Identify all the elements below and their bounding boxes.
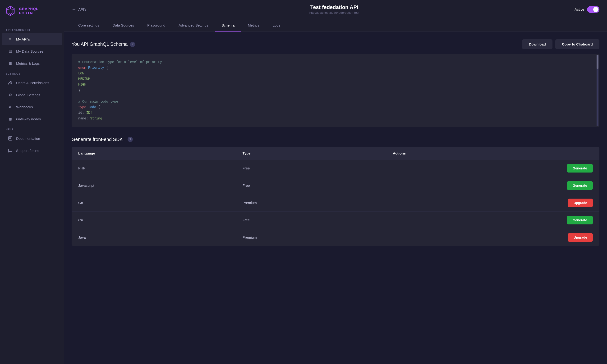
code-line-4: MEDIUM <box>78 76 593 82</box>
schema-section-header: You API GraphQL Schema ? Download Copy t… <box>72 39 599 49</box>
sidebar-item-label: Documentation <box>16 136 40 141</box>
tab-logs[interactable]: Logs <box>266 19 287 31</box>
api-url: http://localhost:8080/federeation-test <box>94 11 575 14</box>
sidebar-item-documentation[interactable]: Documentation <box>2 132 62 144</box>
logo-icon <box>5 5 16 17</box>
code-line-7: # Our main todo type <box>78 99 593 105</box>
users-icon <box>8 80 13 85</box>
generate-button[interactable]: Generate <box>567 216 593 224</box>
table-row: JavaPremiumUpgrade <box>72 229 599 246</box>
sidebar-item-label: Users & Permissions <box>16 81 49 85</box>
cell-language: Go <box>72 194 236 211</box>
back-button[interactable]: ← API's <box>72 7 87 12</box>
svg-point-9 <box>11 81 12 82</box>
schema-action-buttons: Download Copy to Clipboard <box>522 39 599 49</box>
sidebar-item-support-forum[interactable]: Support forum <box>2 144 62 156</box>
copy-clipboard-button[interactable]: Copy to Clipboard <box>555 39 599 49</box>
cell-action: Generate <box>386 159 599 177</box>
gear-icon: ⚙ <box>8 92 13 97</box>
tab-core-settings[interactable]: Core settings <box>72 19 106 31</box>
table-row: PHPFreeGenerate <box>72 159 599 177</box>
table-row: C#FreeGenerate <box>72 211 599 229</box>
col-type: Type <box>236 147 386 160</box>
api-title: Test fededation API <box>94 4 575 11</box>
sdk-help-icon[interactable]: ? <box>128 137 133 142</box>
docs-icon <box>8 136 13 141</box>
sidebar-nav: API ANAGEMENT ≡ My API's ▤ My Data Sourc… <box>0 22 64 364</box>
sidebar-item-label: Metrics & Logs <box>16 61 40 65</box>
scrollbar-thumb <box>596 55 598 69</box>
sdk-title: Generate front-end SDK <box>72 137 123 142</box>
upgrade-button[interactable]: Upgrade <box>568 199 593 207</box>
sidebar-item-gateway-nodes[interactable]: ▦ Gateway nodes <box>2 113 62 125</box>
sidebar-item-metrics-logs[interactable]: ▦ Metrics & Logs <box>2 57 62 69</box>
code-line-1: # Enumeration type for a level of priori… <box>78 60 593 65</box>
col-actions: Actions <box>386 147 599 160</box>
scrollbar-track[interactable] <box>596 55 598 126</box>
code-line-8: type Todo { <box>78 104 593 110</box>
forum-icon <box>8 148 13 153</box>
active-toggle-switch[interactable] <box>587 6 599 13</box>
cell-action: Generate <box>386 211 599 229</box>
metrics-icon: ▦ <box>8 61 13 66</box>
tab-metrics[interactable]: Metrics <box>241 19 266 31</box>
sidebar-item-my-data-sources[interactable]: ▤ My Data Sources <box>2 45 62 57</box>
schema-title: You API GraphQL Schema <box>72 41 128 47</box>
section-label-api: API ANAGEMENT <box>0 26 64 33</box>
sidebar-item-webhooks[interactable]: ∞ Webhooks <box>2 101 62 113</box>
cell-type: Premium <box>236 194 386 211</box>
tab-schema[interactable]: Schema <box>215 19 241 31</box>
sidebar-item-users-permissions[interactable]: Users & Permissions <box>2 77 62 89</box>
table-row: GoPremiumUpgrade <box>72 194 599 211</box>
sdk-table-header-row: Language Type Actions <box>72 147 599 160</box>
code-line-10: name: String! <box>78 116 593 122</box>
cell-type: Free <box>236 159 386 177</box>
sidebar: GRAPHQL PORTAL API ANAGEMENT ≡ My API's … <box>0 0 64 364</box>
api-title-block: Test fededation API http://localhost:808… <box>94 4 575 14</box>
svg-marker-1 <box>8 9 13 14</box>
sidebar-item-label: Support forum <box>16 149 39 153</box>
upgrade-button[interactable]: Upgrade <box>568 233 593 242</box>
generate-button[interactable]: Generate <box>567 181 593 190</box>
code-block: # Enumeration type for a level of priori… <box>72 54 599 127</box>
gateway-icon: ▦ <box>8 116 13 122</box>
sidebar-item-label: Global Settings <box>16 93 40 97</box>
cell-language: C# <box>72 211 236 229</box>
code-line-2: enum Priority { <box>78 65 593 71</box>
sidebar-item-global-settings[interactable]: ⚙ Global Settings <box>2 89 62 101</box>
sidebar-item-label: My Data Sources <box>16 49 43 53</box>
schema-title-row: You API GraphQL Schema ? <box>72 41 135 47</box>
sidebar-item-label: Webhooks <box>16 105 33 109</box>
tab-bar: Core settings Data Sources Playground Ad… <box>64 19 607 32</box>
content-area: You API GraphQL Schema ? Download Copy t… <box>64 32 607 364</box>
cell-language: Javascript <box>72 177 236 194</box>
main-content: ← API's Test fededation API http://local… <box>64 0 607 364</box>
section-label-settings: SETTINGS <box>0 69 64 77</box>
list-icon: ≡ <box>8 37 13 42</box>
back-arrow-icon: ← <box>72 7 76 12</box>
download-button[interactable]: Download <box>522 39 553 49</box>
cell-action: Upgrade <box>386 229 599 246</box>
cell-type: Free <box>236 211 386 229</box>
cell-action: Upgrade <box>386 194 599 211</box>
code-line-3: LOW <box>78 71 593 77</box>
cell-type: Premium <box>236 229 386 246</box>
active-label: Active <box>575 7 584 11</box>
schema-help-icon[interactable]: ? <box>130 42 135 47</box>
tab-playground[interactable]: Playground <box>141 19 172 31</box>
toggle-knob <box>593 7 598 12</box>
sdk-section-header: Generate front-end SDK ? <box>72 137 599 142</box>
code-line-6: } <box>78 88 593 93</box>
logo-text: GRAPHQL PORTAL <box>19 7 39 15</box>
sidebar-item-my-apis[interactable]: ≡ My API's <box>2 33 62 45</box>
tab-data-sources[interactable]: Data Sources <box>106 19 141 31</box>
webhooks-icon: ∞ <box>8 104 13 109</box>
datasources-icon: ▤ <box>8 49 13 54</box>
top-header: ← API's Test fededation API http://local… <box>64 0 607 19</box>
svg-point-8 <box>9 81 11 83</box>
code-line-9: id: ID! <box>78 110 593 116</box>
active-toggle: Active <box>575 6 599 13</box>
sidebar-item-label: My API's <box>16 37 30 41</box>
generate-button[interactable]: Generate <box>567 164 593 172</box>
tab-advanced-settings[interactable]: Advanced Settings <box>172 19 215 31</box>
